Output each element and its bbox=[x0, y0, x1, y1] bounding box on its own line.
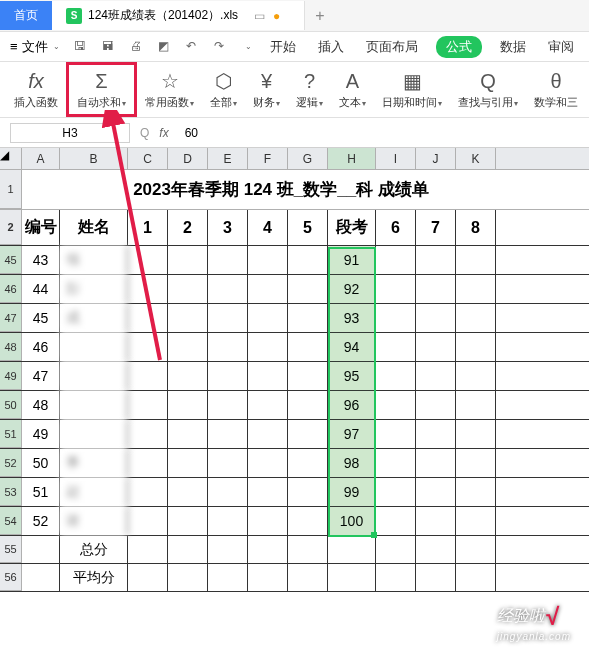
cell-name[interactable]: 彭 bbox=[60, 275, 128, 303]
cell-id[interactable]: 50 bbox=[22, 449, 60, 477]
toolbar-overflow[interactable]: ⌄ bbox=[245, 42, 252, 51]
col-header-H[interactable]: H bbox=[328, 148, 376, 169]
tab-file[interactable]: S 124班成绩表（201402）.xls ▭ ● bbox=[52, 1, 305, 30]
save-icon[interactable]: 🖫 bbox=[74, 39, 90, 55]
print-preview-icon[interactable]: ◩ bbox=[158, 39, 174, 55]
menu-start[interactable]: 开始 bbox=[266, 36, 300, 58]
file-menu[interactable]: ≡ 文件 ⌄ bbox=[10, 38, 60, 56]
cell-name[interactable]: 事 bbox=[60, 449, 128, 477]
fx-label-icon[interactable]: fx bbox=[159, 126, 168, 140]
row-header[interactable]: 1 bbox=[0, 170, 22, 209]
cell-id[interactable]: 52 bbox=[22, 507, 60, 535]
table-row: 48 46 94 bbox=[0, 333, 589, 362]
row-header[interactable]: 2 bbox=[0, 210, 22, 245]
row-header[interactable]: 53 bbox=[0, 478, 22, 506]
col-header-G[interactable]: G bbox=[288, 148, 328, 169]
print-icon[interactable]: 🖨 bbox=[130, 39, 146, 55]
cell-name[interactable]: 谢 bbox=[60, 507, 128, 535]
cell-name[interactable]: 赵 bbox=[60, 478, 128, 506]
ribbon-lookup[interactable]: Q 查找与引用▾ bbox=[450, 62, 526, 117]
cell-score[interactable]: 97 bbox=[328, 420, 376, 448]
new-tab-button[interactable]: + bbox=[305, 7, 334, 25]
cell-id[interactable]: 46 bbox=[22, 333, 60, 361]
row-header[interactable]: 47 bbox=[0, 304, 22, 332]
cell-score[interactable]: 95 bbox=[328, 362, 376, 390]
cell-id[interactable]: 48 bbox=[22, 391, 60, 419]
menu-layout[interactable]: 页面布局 bbox=[362, 36, 422, 58]
cell-id[interactable]: 45 bbox=[22, 304, 60, 332]
cell-name[interactable] bbox=[60, 420, 128, 448]
cell-id[interactable]: 49 bbox=[22, 420, 60, 448]
ribbon-logic[interactable]: ? 逻辑▾ bbox=[288, 62, 331, 117]
cell-score[interactable]: 94 bbox=[328, 333, 376, 361]
ribbon-text[interactable]: A 文本▾ bbox=[331, 62, 374, 117]
row-header[interactable]: 55 bbox=[0, 536, 22, 563]
col-header-I[interactable]: I bbox=[376, 148, 416, 169]
row-header[interactable]: 48 bbox=[0, 333, 22, 361]
row-header[interactable]: 54 bbox=[0, 507, 22, 535]
redo-icon[interactable]: ↷ bbox=[214, 39, 230, 55]
search-icon: Q bbox=[480, 70, 496, 93]
row-header[interactable]: 52 bbox=[0, 449, 22, 477]
save-as-icon[interactable]: 🖬 bbox=[102, 39, 118, 55]
cell-name[interactable]: 领 bbox=[60, 246, 128, 274]
ribbon-all[interactable]: ⬡ 全部▾ bbox=[202, 62, 245, 117]
col-header-E[interactable]: E bbox=[208, 148, 248, 169]
fx-icon: fx bbox=[28, 70, 44, 93]
cell-score[interactable]: 96 bbox=[328, 391, 376, 419]
cell-score[interactable]: 98 bbox=[328, 449, 376, 477]
header-name[interactable]: 姓名 bbox=[60, 210, 128, 245]
cell-score[interactable]: 99 bbox=[328, 478, 376, 506]
cell-score[interactable]: 91 bbox=[328, 246, 376, 274]
menu-formula[interactable]: 公式 bbox=[436, 36, 482, 58]
col-header-B[interactable]: B bbox=[60, 148, 128, 169]
cell-id[interactable]: 47 bbox=[22, 362, 60, 390]
cell-name[interactable] bbox=[60, 362, 128, 390]
col-header-K[interactable]: K bbox=[456, 148, 496, 169]
col-header-F[interactable]: F bbox=[248, 148, 288, 169]
row-header[interactable]: 56 bbox=[0, 564, 22, 591]
tab-home[interactable]: 首页 bbox=[0, 1, 52, 30]
ribbon-common-functions[interactable]: ☆ 常用函数▾ bbox=[137, 62, 202, 117]
star-icon: ☆ bbox=[161, 69, 179, 93]
name-box[interactable] bbox=[10, 123, 130, 143]
cell-name[interactable]: 成 bbox=[60, 304, 128, 332]
hamburger-icon: ≡ bbox=[10, 39, 18, 54]
ribbon-auto-sum[interactable]: Σ 自动求和▾ bbox=[66, 62, 137, 117]
cell-id[interactable]: 51 bbox=[22, 478, 60, 506]
ribbon-datetime[interactable]: ▦ 日期和时间▾ bbox=[374, 62, 450, 117]
col-header-J[interactable]: J bbox=[416, 148, 456, 169]
cell-id[interactable]: 44 bbox=[22, 275, 60, 303]
menu-insert[interactable]: 插入 bbox=[314, 36, 348, 58]
row-header[interactable]: 50 bbox=[0, 391, 22, 419]
select-all-corner[interactable]: ◢ bbox=[0, 148, 22, 169]
header-id[interactable]: 编号 bbox=[22, 210, 60, 245]
file-tab-name: 124班成绩表（201402）.xls bbox=[88, 7, 238, 24]
row-header[interactable]: 46 bbox=[0, 275, 22, 303]
undo-icon[interactable]: ↶ bbox=[186, 39, 202, 55]
menu-data[interactable]: 数据 bbox=[496, 36, 530, 58]
avg-label[interactable]: 平均分 bbox=[60, 564, 128, 591]
sheet-title[interactable]: 2023年春季期 124 班_数学__科 成绩单 bbox=[60, 170, 502, 209]
total-label[interactable]: 总分 bbox=[60, 536, 128, 563]
cell-name[interactable] bbox=[60, 391, 128, 419]
col-header-D[interactable]: D bbox=[168, 148, 208, 169]
row-header[interactable]: 49 bbox=[0, 362, 22, 390]
cell-score[interactable]: 93 bbox=[328, 304, 376, 332]
cell-score[interactable]: 92 bbox=[328, 275, 376, 303]
ribbon-math[interactable]: θ 数学和三 bbox=[526, 62, 586, 117]
ribbon-insert-function[interactable]: fx 插入函数 bbox=[6, 62, 66, 117]
col-header-A[interactable]: A bbox=[22, 148, 60, 169]
formula-input[interactable] bbox=[179, 124, 579, 142]
row-header[interactable]: 45 bbox=[0, 246, 22, 274]
row-header[interactable]: 51 bbox=[0, 420, 22, 448]
col-header-C[interactable]: C bbox=[128, 148, 168, 169]
cell-score[interactable]: 100 bbox=[328, 507, 376, 535]
cell-id[interactable]: 43 bbox=[22, 246, 60, 274]
cell-name[interactable] bbox=[60, 333, 128, 361]
tab-dropdown-icon[interactable]: ▭ bbox=[254, 9, 265, 23]
search-small-icon[interactable]: Q bbox=[140, 126, 149, 140]
header-exam[interactable]: 段考 bbox=[328, 210, 376, 245]
ribbon-finance[interactable]: ¥ 财务▾ bbox=[245, 62, 288, 117]
menu-review[interactable]: 审阅 bbox=[544, 36, 578, 58]
